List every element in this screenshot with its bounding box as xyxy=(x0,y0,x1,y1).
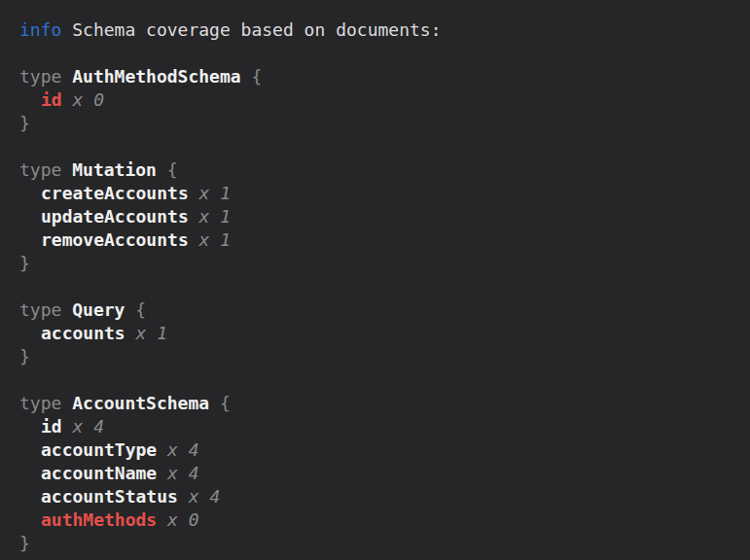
field-row: createAccounts x 1 xyxy=(19,182,750,205)
field-row: accounts x 1 xyxy=(19,322,750,345)
field-name: accounts xyxy=(41,323,125,343)
block-end: } xyxy=(19,532,750,555)
field-coverage-count: x 4 xyxy=(167,463,199,483)
blank-line xyxy=(19,275,750,298)
type-keyword: type xyxy=(19,393,61,413)
blank-line xyxy=(19,368,750,392)
type-keyword: type xyxy=(19,66,61,87)
block-end: } xyxy=(19,112,750,135)
log-message: Schema coverage based on documents: xyxy=(72,19,441,40)
field-row: authMethods x 0 xyxy=(19,508,750,532)
type-name: AuthMethodSchema xyxy=(72,66,240,87)
open-brace: { xyxy=(251,66,262,87)
type-keyword: type xyxy=(19,159,61,180)
close-brace: } xyxy=(19,533,30,553)
field-name: updateAccounts xyxy=(41,206,189,227)
log-level-info: info xyxy=(19,19,61,40)
block-end: } xyxy=(19,252,750,275)
field-coverage-count: x 4 xyxy=(73,416,105,437)
open-brace: { xyxy=(135,299,146,320)
open-brace: { xyxy=(167,159,178,180)
field-row: updateAccounts x 1 xyxy=(19,205,750,228)
terminal-output: info Schema coverage based on documents:… xyxy=(0,0,750,555)
type-name: Mutation xyxy=(72,159,157,180)
type-name: AccountSchema xyxy=(72,393,209,413)
field-coverage-count: x 1 xyxy=(199,183,232,203)
close-brace: } xyxy=(19,346,30,367)
field-name: authMethods xyxy=(41,509,157,530)
close-brace: } xyxy=(19,113,30,133)
close-brace: } xyxy=(19,253,30,273)
field-coverage-count: x 0 xyxy=(167,509,199,530)
field-name: accountName xyxy=(41,463,157,483)
field-row: id x 0 xyxy=(19,88,750,112)
field-coverage-count: x 1 xyxy=(199,206,232,227)
field-coverage-count: x 1 xyxy=(136,323,168,343)
field-name: createAccounts xyxy=(41,183,189,203)
field-coverage-count: x 1 xyxy=(199,229,232,250)
field-row: removeAccounts x 1 xyxy=(19,228,750,252)
type-declaration: type Query { xyxy=(19,298,750,322)
type-declaration: type AuthMethodSchema { xyxy=(19,65,750,88)
field-row: accountName x 4 xyxy=(19,462,750,485)
blank-line xyxy=(19,135,750,158)
type-declaration: type AccountSchema { xyxy=(19,392,750,415)
field-row: accountStatus x 4 xyxy=(19,485,750,508)
field-name: accountType xyxy=(41,439,157,460)
type-declaration: type Mutation { xyxy=(19,158,750,182)
field-row: accountType x 4 xyxy=(19,438,750,462)
field-coverage-count: x 0 xyxy=(73,89,105,110)
field-name: removeAccounts xyxy=(41,229,189,250)
field-name: id xyxy=(41,89,62,110)
field-name: id xyxy=(41,416,62,437)
field-coverage-count: x 4 xyxy=(189,486,221,507)
log-info-line: info Schema coverage based on documents: xyxy=(19,18,750,42)
type-name: Query xyxy=(72,299,125,320)
blank-line xyxy=(19,42,750,65)
field-coverage-count: x 4 xyxy=(167,439,199,460)
block-end: } xyxy=(19,345,750,368)
type-keyword: type xyxy=(19,299,61,320)
field-row: id x 4 xyxy=(19,415,750,438)
field-name: accountStatus xyxy=(41,486,178,507)
open-brace: { xyxy=(220,393,231,413)
